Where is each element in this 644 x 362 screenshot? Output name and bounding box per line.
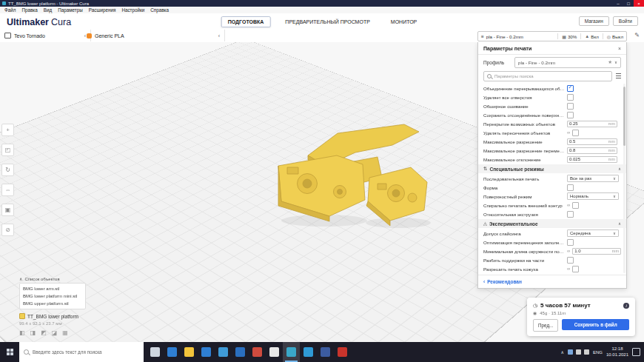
- defender-icon[interactable]: [576, 349, 581, 355]
- settings-filter-icon[interactable]: [616, 73, 621, 78]
- app-white-taskbar-button[interactable]: [266, 342, 283, 362]
- mirror-tool-button[interactable]: [1, 184, 14, 196]
- infill-stat[interactable]: 30%: [562, 34, 577, 39]
- scale-tool-button[interactable]: [1, 144, 14, 156]
- preview-button[interactable]: Пред...: [533, 319, 558, 332]
- print-settings-chip[interactable]: pla - Fine - 0.2mm 30%ВклВыкл: [477, 31, 627, 41]
- close-button[interactable]: [634, 0, 644, 7]
- file-explorer-taskbar-button[interactable]: [181, 342, 198, 362]
- info-icon[interactable]: i: [623, 303, 629, 309]
- onedrive-icon[interactable]: [568, 349, 573, 355]
- marketplace-button[interactable]: Магазин: [579, 16, 609, 26]
- setting-input[interactable]: 0.25mm: [567, 121, 617, 127]
- front-view-icon[interactable]: [30, 329, 36, 336]
- taskbar-search-input[interactable]: Введите здесь текст для поиска: [19, 342, 144, 362]
- star-icon[interactable]: [608, 59, 612, 65]
- setting-control: [567, 184, 621, 191]
- setting-checkbox[interactable]: [567, 239, 574, 246]
- setting-input[interactable]: 0.5mm: [567, 138, 617, 145]
- model-3d[interactable]: [265, 118, 435, 233]
- edge-taskbar-button[interactable]: [164, 342, 181, 362]
- setting-checkbox[interactable]: [572, 202, 579, 209]
- object-list-toggle[interactable]: Список объектов: [19, 276, 60, 281]
- menu-item[interactable]: Файл: [1, 7, 19, 13]
- stage-tab[interactable]: МОНИТОР: [385, 17, 423, 27]
- tray-chevron-up-icon[interactable]: [561, 349, 564, 355]
- chrome-taskbar-button[interactable]: [334, 342, 351, 362]
- menu-item[interactable]: Параметры: [55, 7, 86, 13]
- save-to-file-button[interactable]: Сохранить в файл: [562, 319, 629, 330]
- task-view-taskbar-button[interactable]: [147, 342, 164, 362]
- menu-item[interactable]: Правка: [19, 7, 40, 13]
- menu-item[interactable]: Расширения: [86, 7, 119, 13]
- setting-row[interactable]: Специальные режимы: [478, 164, 626, 173]
- cura-taskbar-button[interactable]: [283, 342, 300, 362]
- object-list-item[interactable]: BMG lower arm.stl: [20, 285, 85, 292]
- minimize-button[interactable]: [613, 0, 623, 7]
- viewport-3d[interactable]: Список объектов BMG lower arm.stlBMG low…: [0, 42, 644, 342]
- profile-dropdown[interactable]: pla - Fine - 0.2mm: [514, 57, 621, 68]
- maximize-button[interactable]: [623, 0, 634, 7]
- edit-settings-icon[interactable]: [634, 32, 640, 38]
- word-taskbar-button[interactable]: [317, 342, 334, 362]
- setting-select[interactable]: Середина: [567, 229, 619, 237]
- stage-tab[interactable]: ПОДГОТОВКА: [221, 16, 271, 27]
- menu-item[interactable]: Справка: [147, 7, 172, 13]
- scrollbar-thumb[interactable]: [623, 87, 625, 146]
- mail-taskbar-button[interactable]: [215, 342, 232, 362]
- support-stat[interactable]: Вкл: [585, 34, 598, 39]
- signin-button[interactable]: Войти: [613, 16, 638, 26]
- start-button[interactable]: [0, 342, 19, 362]
- setting-checkbox[interactable]: [567, 85, 574, 92]
- app-red-icon: [252, 347, 262, 357]
- chevron-up-icon[interactable]: [618, 221, 621, 226]
- move-tool-button[interactable]: [1, 124, 14, 136]
- recommended-link[interactable]: Рекомендован: [487, 279, 522, 284]
- material-selector[interactable]: Generic PLA: [82, 30, 225, 41]
- object-list-item[interactable]: BMG upper platform.stl: [20, 300, 85, 307]
- object-list-item[interactable]: BMG lower platform mini.stl: [20, 292, 85, 300]
- setting-row[interactable]: Экспериментальное: [478, 219, 626, 228]
- language-indicator[interactable]: ENG: [593, 350, 603, 355]
- side-view-icon[interactable]: [52, 329, 58, 336]
- chevron-left-icon[interactable]: [218, 33, 220, 38]
- menu-item[interactable]: Вид: [41, 7, 55, 13]
- stage-tab[interactable]: ПРЕДВАРИТЕЛЬНЫЙ ПРОСМОТР: [279, 17, 375, 27]
- chevron-up-icon[interactable]: [618, 167, 621, 171]
- setting-checkbox[interactable]: [567, 112, 574, 118]
- setting-checkbox[interactable]: [567, 103, 574, 110]
- store-taskbar-button[interactable]: [198, 342, 215, 362]
- vscode-icon: [303, 347, 313, 357]
- setting-select[interactable]: Нормаль: [567, 192, 619, 200]
- setting-input[interactable]: 0.8mm: [567, 147, 617, 154]
- setting-checkbox[interactable]: [572, 266, 579, 272]
- setting-checkbox[interactable]: [567, 94, 574, 101]
- camera-view-icon[interactable]: [19, 329, 25, 336]
- iso-view-icon[interactable]: [62, 329, 68, 336]
- model-info[interactable]: TT_BMG lower platform: [19, 313, 78, 319]
- settings-search-input[interactable]: Параметры поиска: [483, 71, 612, 81]
- support-blocker-tool-button[interactable]: [1, 224, 14, 236]
- per-model-settings-tool-button[interactable]: [1, 204, 14, 216]
- setting-checkbox[interactable]: [567, 184, 574, 191]
- rotate-tool-button[interactable]: [1, 164, 14, 176]
- menu-item[interactable]: Настройки: [118, 7, 147, 13]
- setting-select[interactable]: Все за раз: [567, 175, 619, 182]
- setting-checkbox[interactable]: [567, 257, 574, 264]
- scrollbar[interactable]: [623, 84, 625, 273]
- vscode-taskbar-button[interactable]: [300, 342, 317, 362]
- setting-checkbox[interactable]: [572, 130, 579, 136]
- model-name: TT_BMG lower platform: [27, 314, 78, 319]
- adhesion-stat[interactable]: Выкл: [607, 34, 623, 39]
- volume-icon[interactable]: [584, 349, 589, 355]
- top-view-icon[interactable]: [41, 329, 47, 336]
- setting-input[interactable]: 0.025mm: [567, 156, 617, 163]
- close-icon[interactable]: [618, 46, 621, 51]
- photos-taskbar-button[interactable]: [232, 342, 249, 362]
- setting-checkbox[interactable]: [567, 211, 574, 218]
- action-center-icon[interactable]: [632, 348, 640, 356]
- taskbar-clock[interactable]: 12:18 10.01.2021: [606, 346, 628, 358]
- app-red-taskbar-button[interactable]: [249, 342, 266, 362]
- printer-selector[interactable]: Tevo Tornado: [0, 30, 91, 41]
- setting-input[interactable]: 1.0mm: [572, 248, 621, 255]
